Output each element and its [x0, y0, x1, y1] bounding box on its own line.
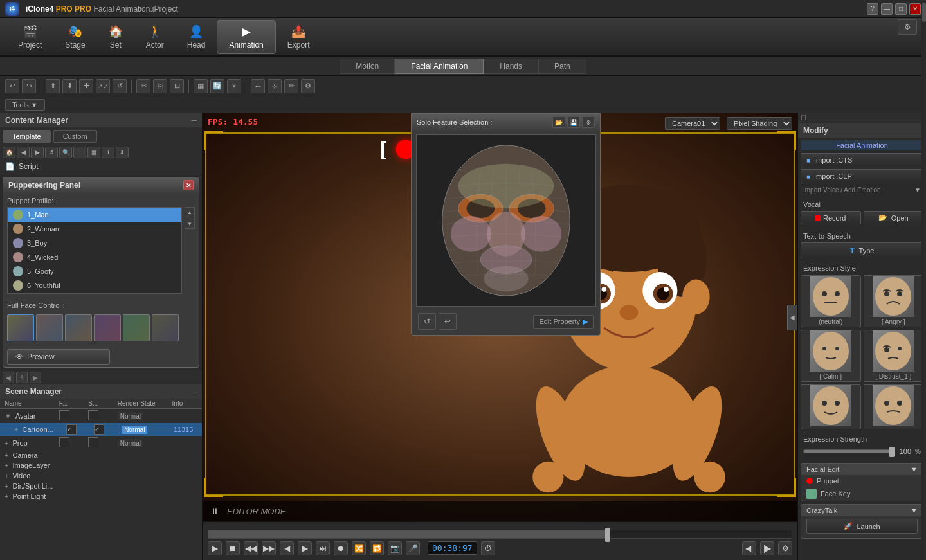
- side-toggle[interactable]: ◀: [787, 305, 797, 330]
- cartoon-s-cb[interactable]: [94, 424, 104, 435]
- record-button[interactable]: Record: [7, 367, 110, 368]
- cm-download-btn[interactable]: ⬇: [116, 147, 129, 158]
- pb-zoom-out-btn[interactable]: ◀|: [742, 541, 756, 555]
- cm-grid-btn[interactable]: ▦: [87, 147, 100, 158]
- avatar-s-cb[interactable]: [88, 410, 98, 420]
- strength-handle[interactable]: [889, 447, 895, 457]
- puppet-item-7attractive[interactable]: 7_Attractive: [8, 293, 181, 294]
- pb-next-btn[interactable]: ▶▶: [262, 541, 276, 555]
- pb-play-btn[interactable]: ▶: [208, 541, 222, 555]
- subtab-path[interactable]: Path: [538, 59, 586, 74]
- minimize-button[interactable]: —: [881, 3, 893, 15]
- puppet-item-6youthful[interactable]: 6_Youthful: [8, 278, 181, 293]
- facial-edit-header[interactable]: Facial Edit ▼: [801, 464, 923, 475]
- cartoon-f-cb[interactable]: [66, 424, 77, 435]
- move-up-button[interactable]: ⬆: [46, 79, 60, 93]
- settings-icon[interactable]: ⚙: [898, 19, 917, 35]
- pb-loop-btn[interactable]: 🔁: [370, 541, 384, 555]
- edit-property-btn[interactable]: Edit Property ▶: [533, 315, 594, 329]
- transform-button[interactable]: ↗↙: [96, 79, 110, 93]
- prop-s-cb[interactable]: [88, 437, 98, 447]
- close-button[interactable]: ✕: [909, 3, 921, 15]
- scene-row-imagelayer[interactable]: + ImageLayer: [0, 460, 202, 471]
- light-button[interactable]: ☀: [227, 79, 241, 93]
- face-thumb-1[interactable]: [36, 314, 63, 341]
- expr-scrollbar[interactable]: [921, 113, 926, 560]
- cm-tab-custom[interactable]: Custom: [53, 130, 97, 143]
- pb-stop-btn[interactable]: ⏹: [226, 541, 240, 555]
- scene-row-video[interactable]: + Video: [0, 471, 202, 481]
- scene-row-avatar[interactable]: ▼ Avatar Normal: [0, 409, 202, 423]
- pp-header[interactable]: Puppeteering Panel ✕: [3, 177, 199, 193]
- cm-home-btn[interactable]: 🏠: [3, 147, 15, 158]
- timeline-track[interactable]: [208, 530, 792, 539]
- cm-tab-template[interactable]: Template: [3, 130, 51, 143]
- help-button[interactable]: ?: [867, 3, 878, 15]
- puppet-btn[interactable]: Puppet: [801, 475, 923, 487]
- shading-selector[interactable]: Pixel Shading: [727, 117, 792, 130]
- settings-toolbar-button[interactable]: ⚙: [301, 79, 315, 93]
- pb-prev-btn[interactable]: ◀◀: [244, 541, 258, 555]
- pb-camera-btn[interactable]: 📷: [388, 541, 402, 555]
- grid-button[interactable]: ▦: [194, 79, 208, 93]
- pb-shuffle-btn[interactable]: 🔀: [352, 541, 366, 555]
- undo-button[interactable]: ↩: [5, 79, 19, 93]
- tools-dropdown[interactable]: Tools ▼: [5, 99, 45, 111]
- refresh-button[interactable]: 🔄: [210, 79, 224, 93]
- puppet-item-3boy[interactable]: 3_Boy: [8, 236, 181, 250]
- solo-open-btn[interactable]: 📂: [552, 116, 565, 128]
- pb-step-back-btn[interactable]: ◀: [280, 541, 294, 555]
- scene-row-prop[interactable]: + Prop Normal: [0, 436, 202, 450]
- pencil-button[interactable]: ✏: [284, 79, 298, 93]
- avatar-f-cb[interactable]: [59, 410, 69, 420]
- rotate-button[interactable]: ↺: [113, 79, 127, 93]
- tab-actor[interactable]: 🚶 Actor: [134, 21, 176, 53]
- face-thumb-0[interactable]: [7, 314, 34, 341]
- snap-button[interactable]: ⊷: [251, 79, 265, 93]
- scene-row-dirspot[interactable]: + Dir./Spot Li...: [0, 481, 202, 491]
- preview-button[interactable]: 👁 Preview: [7, 349, 110, 365]
- scene-row-cartoon[interactable]: + Cartoon... Normal 11315: [0, 423, 202, 436]
- strength-slider[interactable]: [803, 449, 893, 453]
- redo-button[interactable]: ↪: [22, 79, 36, 93]
- sm-collapse[interactable]: ─: [191, 387, 197, 396]
- scene-row-camera[interactable]: + Camera: [0, 450, 202, 460]
- cm-back-btn[interactable]: ◀: [17, 147, 30, 158]
- add-button[interactable]: ✚: [79, 79, 93, 93]
- puppet-item-1man[interactable]: 1_Man: [8, 208, 181, 222]
- face-thumb-2[interactable]: [65, 314, 92, 341]
- expr-6[interactable]: [864, 384, 924, 429]
- vocal-open-btn[interactable]: 📂 Open: [864, 211, 924, 224]
- magnet-button[interactable]: ⊹: [268, 79, 282, 93]
- puppet-item-4wicked[interactable]: 4_Wicked: [8, 250, 181, 264]
- tab-project[interactable]: 🎬 Project: [6, 21, 53, 53]
- subtab-facial[interactable]: Facial Animation: [395, 59, 484, 74]
- pb-record-btn[interactable]: ⏺: [334, 541, 348, 555]
- cm-forward-btn[interactable]: ▶: [31, 147, 44, 158]
- paste-button[interactable]: ⊞: [170, 79, 184, 93]
- camera-selector[interactable]: Camera01: [665, 117, 720, 130]
- crazytalk-header[interactable]: CrazyTalk ▼: [801, 505, 923, 516]
- cm-refresh-btn[interactable]: ↺: [45, 147, 58, 158]
- expr-distrust[interactable]: [ Distrust_1 ]: [864, 330, 924, 382]
- cut-button[interactable]: ✂: [136, 79, 150, 93]
- solo-settings-btn[interactable]: ⚙: [582, 116, 595, 128]
- puppet-item-2woman[interactable]: 2_Woman: [8, 222, 181, 236]
- script-item[interactable]: 📄 Script: [0, 159, 202, 174]
- copy-button[interactable]: ⎘: [153, 79, 167, 93]
- expr-calm[interactable]: [ Calm ]: [801, 330, 861, 382]
- pause-button[interactable]: ⏸: [210, 506, 219, 516]
- sm-add-btn[interactable]: +: [16, 372, 28, 383]
- tab-stage[interactable]: 🎭 Stage: [53, 21, 96, 53]
- solo-rotate-btn[interactable]: ↺: [418, 313, 436, 330]
- tab-export[interactable]: 📤 Export: [276, 21, 322, 53]
- subtab-motion[interactable]: Motion: [340, 59, 395, 74]
- tab-head[interactable]: 👤 Head: [176, 21, 217, 53]
- timeline-thumb[interactable]: [605, 528, 610, 542]
- expr-angry[interactable]: [ Angry ]: [864, 275, 924, 327]
- content-manager-collapse[interactable]: ─: [191, 116, 197, 125]
- solo-reset-btn[interactable]: ↩: [439, 313, 457, 330]
- cm-search-btn[interactable]: 🔍: [59, 147, 72, 158]
- sm-prev-btn[interactable]: ◀: [3, 372, 14, 383]
- import-clp-btn[interactable]: ■ Import .CLP: [801, 169, 923, 183]
